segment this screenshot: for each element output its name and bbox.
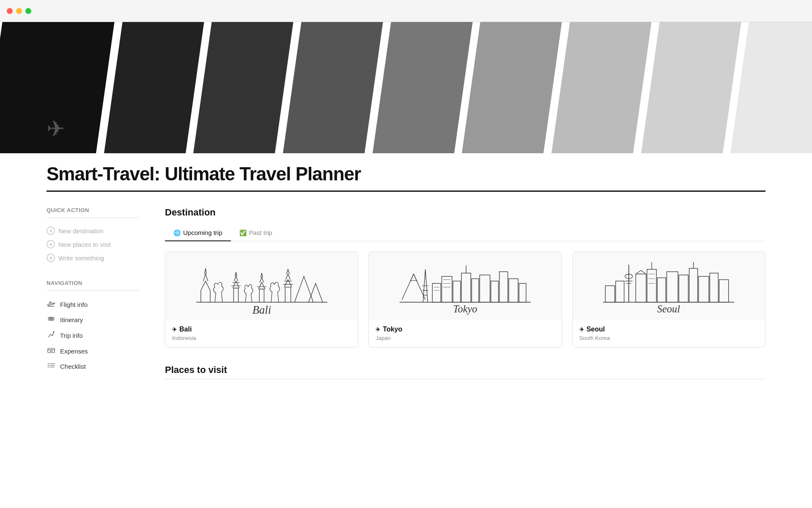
flight-info-icon	[47, 300, 56, 309]
card-tokyo-city: ✈ Tokyo	[376, 326, 554, 333]
svg-rect-49	[679, 275, 689, 302]
upcoming-tab-icon: 🌐	[173, 229, 181, 236]
tokyo-plane-icon: ✈	[376, 326, 380, 333]
destination-heading: Destination	[165, 207, 765, 218]
svg-rect-40	[606, 286, 615, 302]
maximize-button[interactable]	[25, 8, 31, 14]
card-seoul-body: ✈ Seoul South Korea	[573, 320, 765, 347]
svg-rect-54	[719, 280, 729, 302]
page-header: Smart-Travel: Ultimate Travel Planner	[0, 153, 812, 192]
content-area: Destination 🌐 Upcoming trip ✅ Past trip	[165, 207, 765, 379]
nav-checklist[interactable]: Checklist	[47, 359, 140, 374]
quick-action-new-destination-label: New destination	[58, 227, 104, 235]
itinerary-icon	[47, 315, 56, 324]
card-tokyo-body: ✈ Tokyo Japan	[369, 320, 561, 347]
sidebar: Quick action + New destination + New pla…	[47, 207, 140, 379]
svg-rect-52	[699, 276, 709, 302]
svg-rect-47	[658, 278, 666, 302]
title-bar	[0, 0, 812, 22]
nav-trip-info[interactable]: Trip info	[47, 327, 140, 343]
close-button[interactable]	[7, 8, 13, 14]
svg-text:Seoul: Seoul	[657, 303, 680, 315]
svg-rect-30	[509, 279, 518, 302]
nav-flight-info[interactable]: Flight info	[47, 297, 140, 312]
past-tab-icon: ✅	[239, 229, 247, 236]
places-divider	[165, 379, 765, 379]
svg-rect-28	[491, 281, 499, 302]
card-seoul-city: ✈ Seoul	[579, 326, 758, 333]
quick-action-new-destination[interactable]: + New destination	[47, 224, 140, 237]
svg-rect-29	[499, 272, 508, 302]
quick-action-new-places-label: New places to visit	[58, 241, 111, 248]
svg-rect-24	[453, 281, 461, 302]
places-heading: Places to visit	[165, 364, 765, 375]
card-seoul[interactable]: Seoul ✈ Seoul South Korea	[572, 251, 765, 348]
svg-rect-31	[519, 283, 526, 302]
svg-point-1	[53, 331, 55, 333]
navigation-divider	[47, 290, 140, 291]
past-tab-label: Past trip	[249, 229, 272, 236]
navigation-section: Navigation Flight info	[47, 280, 140, 374]
page-title: Smart-Travel: Ultimate Travel Planner	[47, 163, 765, 185]
main-content: Quick action + New destination + New pla…	[0, 207, 812, 379]
quick-action-new-places[interactable]: + New places to visit	[47, 237, 140, 251]
svg-rect-27	[480, 275, 490, 302]
tab-upcoming[interactable]: 🌐 Upcoming trip	[165, 225, 231, 241]
nav-expenses-label: Expenses	[60, 348, 88, 355]
hero-banner: ✈	[0, 22, 812, 153]
card-tokyo[interactable]: Tokyo ✈ Tokyo Japan	[368, 251, 562, 348]
quick-action-section: Quick action + New destination + New pla…	[47, 207, 140, 265]
destination-cards: Bali ✈ Bali Indonesia	[165, 251, 765, 348]
hero-plane-icon: ✈	[47, 116, 65, 141]
quick-action-heading: Quick action	[47, 207, 140, 213]
nav-itinerary-label: Itinerary	[60, 316, 83, 323]
svg-rect-41	[616, 281, 624, 302]
card-bali-image: Bali	[165, 252, 358, 320]
add-icon-write: +	[47, 254, 55, 262]
svg-rect-2	[48, 348, 55, 353]
svg-rect-22	[432, 283, 441, 302]
seoul-plane-icon: ✈	[579, 326, 584, 333]
nav-flight-info-label: Flight info	[60, 301, 88, 308]
upcoming-tab-label: Upcoming trip	[183, 229, 222, 236]
quick-action-write-something[interactable]: + Write something	[47, 251, 140, 265]
nav-expenses[interactable]: Expenses	[47, 343, 140, 359]
svg-rect-23	[442, 276, 452, 302]
quick-action-divider	[47, 218, 140, 218]
card-seoul-country: South Korea	[579, 335, 758, 341]
svg-text:Bali: Bali	[252, 304, 271, 316]
page-divider	[47, 190, 765, 192]
checklist-icon	[47, 362, 56, 370]
card-tokyo-image: Tokyo	[369, 252, 561, 320]
destination-tabs: 🌐 Upcoming trip ✅ Past trip	[165, 225, 765, 241]
places-section: Places to visit	[165, 364, 765, 379]
nav-itinerary[interactable]: Itinerary	[47, 312, 140, 327]
tab-past[interactable]: ✅ Past trip	[231, 225, 281, 241]
quick-action-write-something-label: Write something	[58, 254, 104, 262]
card-bali[interactable]: Bali ✈ Bali Indonesia	[165, 251, 358, 348]
trip-info-icon	[47, 331, 56, 340]
minimize-button[interactable]	[16, 8, 22, 14]
svg-point-3	[50, 350, 52, 352]
svg-rect-48	[667, 272, 678, 302]
card-bali-country: Indonesia	[172, 335, 351, 341]
card-seoul-image: Seoul	[573, 252, 765, 320]
card-bali-city: ✈ Bali	[172, 326, 351, 333]
svg-rect-45	[647, 269, 656, 302]
navigation-heading: Navigation	[47, 280, 140, 286]
add-icon-places: +	[47, 240, 55, 248]
bali-plane-icon: ✈	[172, 326, 177, 333]
destination-section: Destination 🌐 Upcoming trip ✅ Past trip	[165, 207, 765, 348]
svg-rect-50	[689, 268, 698, 302]
svg-rect-44	[636, 274, 646, 302]
nav-trip-info-label: Trip info	[60, 332, 83, 339]
nav-checklist-label: Checklist	[60, 363, 86, 370]
hero-background	[0, 22, 812, 153]
svg-text:Tokyo: Tokyo	[453, 303, 477, 315]
svg-rect-25	[461, 273, 471, 302]
svg-rect-53	[710, 273, 719, 302]
card-bali-body: ✈ Bali Indonesia	[165, 320, 358, 347]
add-icon-destination: +	[47, 226, 55, 235]
svg-rect-26	[472, 279, 479, 302]
expenses-icon	[47, 347, 56, 355]
